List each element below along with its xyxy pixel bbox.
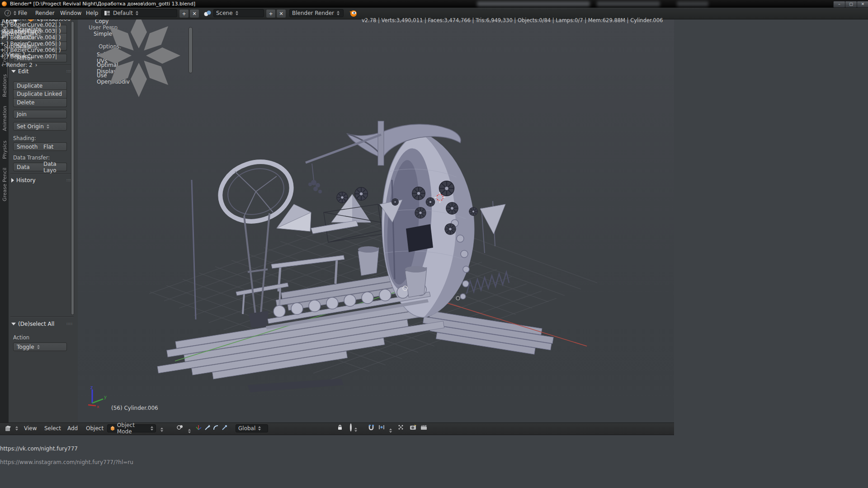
flower: [415, 207, 426, 218]
maximize-button[interactable]: ▢: [845, 1, 857, 8]
set-origin-dropdown[interactable]: Set Origin: [13, 122, 67, 131]
render-camera-icon: [410, 424, 416, 430]
instagram-url-watermark: https://www.instagram.com/night.fury777/…: [0, 459, 133, 465]
duplicate-linked-button[interactable]: Duplicate Linked: [13, 90, 67, 99]
data-layout-button[interactable]: Data Layo: [40, 163, 67, 171]
lock-to-scene-button[interactable]: [337, 424, 346, 433]
thin-pole: [192, 180, 196, 319]
mode-value: Object Mode: [117, 422, 148, 435]
manipulate-centers-button[interactable]: [398, 424, 407, 433]
duplicate-button[interactable]: Duplicate: [13, 81, 67, 90]
scene-selector[interactable]: Scene: [213, 9, 264, 17]
scene-value: Scene: [216, 10, 233, 16]
ring-base: [249, 311, 269, 328]
updown-arrows-icon: [136, 11, 138, 15]
flower: [439, 181, 454, 196]
flower: [445, 224, 456, 235]
view-subdivisions-field[interactable]: ‹View: 1›: [1, 52, 93, 58]
add-menu[interactable]: Add: [67, 425, 78, 432]
updown-arrows-icon: [236, 11, 238, 15]
curve-data-icon: ): [59, 41, 61, 47]
flower: [355, 188, 368, 201]
blender-window: Blender* [D:\Progect Revival Night\Дораб…: [0, 0, 868, 488]
menu-render[interactable]: Render: [35, 10, 55, 16]
snap-toggle-button[interactable]: [368, 424, 377, 433]
manipulator-toggle[interactable]: [196, 424, 204, 433]
subdivisions-label: Subdivisions:: [4, 43, 39, 50]
data-button[interactable]: Data: [13, 163, 41, 171]
select-menu[interactable]: Select: [44, 425, 61, 432]
menu-window[interactable]: Window: [60, 10, 81, 16]
action-dropdown[interactable]: Toggle: [13, 343, 67, 351]
opengl-render-button[interactable]: [410, 424, 420, 433]
blurred-window-fragment: [597, 1, 660, 6]
add-layout-button[interactable]: +: [179, 9, 189, 18]
hanging-lantern: [308, 164, 322, 193]
proportional-edit-selector[interactable]: [350, 424, 357, 433]
title-bar[interactable]: Blender* [D:\Progect Revival Night\Дораб…: [0, 0, 868, 8]
snap-increment-icon: [378, 424, 385, 430]
translate-manipulator-button[interactable]: [204, 424, 213, 433]
apply-button[interactable]: Apply: [2, 18, 92, 28]
tab-animation[interactable]: Animation: [0, 102, 9, 135]
rotate-arc-icon: [213, 424, 219, 431]
render-engine-selector[interactable]: Blender Render: [289, 9, 344, 17]
proportional-circle-icon: [350, 423, 352, 432]
mast-post: [378, 121, 384, 165]
shade-smooth-button[interactable]: Smooth: [13, 142, 41, 151]
history-panel-header[interactable]: History∷∷: [11, 177, 73, 183]
scene-statistics: v2.78 | Verts:3,490,011 | Faces:3,474,76…: [362, 17, 663, 23]
panel-grip-icon[interactable]: ∷∷: [67, 322, 73, 326]
view-menu[interactable]: View: [24, 425, 37, 432]
scale-manipulator-button[interactable]: [222, 424, 230, 433]
screen-layout-selector[interactable]: Default: [101, 9, 177, 17]
delete-layout-button[interactable]: ✕: [189, 9, 199, 18]
join-button[interactable]: Join: [13, 110, 67, 118]
close-button[interactable]: ✕: [857, 1, 868, 8]
pivot-selector[interactable]: [176, 424, 191, 433]
updown-arrows-icon: [37, 345, 40, 349]
redo-panel-header[interactable]: (De)select All∷∷: [11, 321, 73, 327]
orientation-value: Global: [238, 425, 255, 432]
flower: [446, 202, 458, 214]
render-subdivisions-field[interactable]: ‹Render: 2›: [1, 62, 93, 68]
updown-arrows-icon: [47, 124, 49, 129]
tab-physics[interactable]: Physics: [0, 136, 9, 163]
rotate-manipulator-button[interactable]: [213, 424, 222, 433]
updown-arrows-icon: [337, 11, 340, 15]
edit-panel-header[interactable]: Edit∷∷: [11, 68, 73, 75]
minimize-button[interactable]: –: [833, 1, 845, 8]
clapperboard-icon: [420, 424, 427, 430]
menu-file[interactable]: File: [18, 10, 27, 16]
svg-text:y: y: [104, 394, 107, 399]
flower: [469, 207, 478, 216]
updown-arrows-icon: [389, 428, 392, 433]
object-mode-icon: [110, 426, 115, 431]
snowflake-star-logo: [90, 7, 187, 104]
opengl-render-anim-button[interactable]: [420, 424, 430, 433]
viewport-header: View Select Add Object Object Mode: [0, 422, 674, 435]
orientation-selector[interactable]: Global: [236, 424, 268, 432]
mode-selector[interactable]: Object Mode: [107, 424, 156, 432]
data-transfer-label: Data Transfer:: [13, 155, 50, 161]
fallen-plank: [248, 379, 344, 392]
viewport-shading-selector[interactable]: [158, 424, 163, 433]
tool-shelf: Translate Rotate Scale Mirror Edit∷∷ Dup…: [9, 19, 78, 422]
object-menu[interactable]: Object: [86, 425, 104, 432]
updown-arrows-icon: [15, 426, 18, 431]
blurred-window-fragment: [677, 1, 708, 6]
editor-type-icon[interactable]: [5, 425, 12, 432]
delete-button[interactable]: Delete: [13, 99, 67, 107]
translate-arrow-icon: [204, 424, 210, 431]
flower: [337, 192, 348, 203]
menu-help[interactable]: Help: [86, 10, 98, 16]
blender-menu-button[interactable]: i: [5, 10, 16, 16]
blurred-window-fragment: [477, 1, 590, 6]
tab-grease-pencil[interactable]: Grease Pencil: [0, 164, 9, 204]
shade-flat-button[interactable]: Flat: [40, 142, 67, 151]
delete-scene-button[interactable]: ✕: [276, 9, 286, 18]
magnet-icon: [368, 424, 374, 430]
snap-element-selector[interactable]: [378, 424, 392, 433]
add-scene-button[interactable]: +: [266, 9, 276, 18]
catmull-clark-button[interactable]: Catmull-Clark: [1, 31, 94, 40]
